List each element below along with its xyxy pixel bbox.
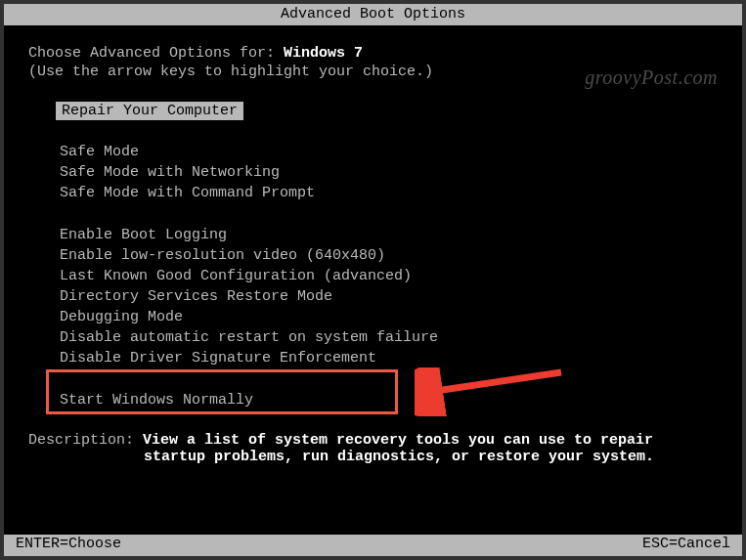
description-label: Description:: [28, 432, 143, 449]
menu-item-low-res[interactable]: Enable low-resolution video (640x480): [60, 245, 742, 266]
content-area: Choose Advanced Options for: Windows 7 (…: [4, 25, 742, 465]
menu-item-safe-mode[interactable]: Safe Mode: [60, 142, 742, 162]
title-bar: Advanced Boot Options: [4, 4, 742, 25]
menu-group-1: Safe Mode Safe Mode with Networking Safe…: [60, 142, 742, 203]
menu-group-3: Start Windows Normally: [60, 390, 742, 410]
menu-item-directory-services[interactable]: Directory Services Restore Mode: [60, 286, 742, 307]
menu-item-repair[interactable]: Repair Your Computer: [56, 102, 243, 120]
menu-item-boot-logging[interactable]: Enable Boot Logging: [60, 225, 742, 245]
menu-item-start-normally[interactable]: Start Windows Normally: [60, 390, 742, 410]
os-name: Windows 7: [284, 45, 363, 62]
menu-item-safe-mode-networking[interactable]: Safe Mode with Networking: [60, 162, 742, 183]
title-text: Advanced Boot Options: [281, 6, 465, 22]
bottom-bar: ENTER=Choose ESC=Cancel: [4, 535, 742, 556]
enter-hint: ENTER=Choose: [16, 535, 121, 556]
menu-item-disable-auto-restart[interactable]: Disable automatic restart on system fail…: [60, 327, 742, 348]
description-text-1: View a list of system recovery tools you…: [143, 432, 653, 449]
menu-item-last-known-good[interactable]: Last Known Good Configuration (advanced): [60, 266, 742, 286]
intro-line: Choose Advanced Options for: Windows 7: [28, 45, 742, 62]
description-block: Description: View a list of system recov…: [28, 432, 742, 465]
intro-prefix: Choose Advanced Options for:: [28, 45, 284, 62]
menu-item-debugging[interactable]: Debugging Mode: [60, 307, 742, 327]
description-text-2: startup problems, run diagnostics, or re…: [144, 449, 654, 465]
esc-hint: ESC=Cancel: [642, 535, 730, 556]
menu-item-safe-mode-cmd[interactable]: Safe Mode with Command Prompt: [60, 183, 742, 203]
menu-group-2: Enable Boot Logging Enable low-resolutio…: [60, 225, 742, 368]
menu-item-disable-driver-sig[interactable]: Disable Driver Signature Enforcement: [60, 348, 742, 368]
selected-wrapper: Repair Your Computer: [28, 102, 742, 142]
watermark: groovyPost.com: [585, 66, 718, 89]
